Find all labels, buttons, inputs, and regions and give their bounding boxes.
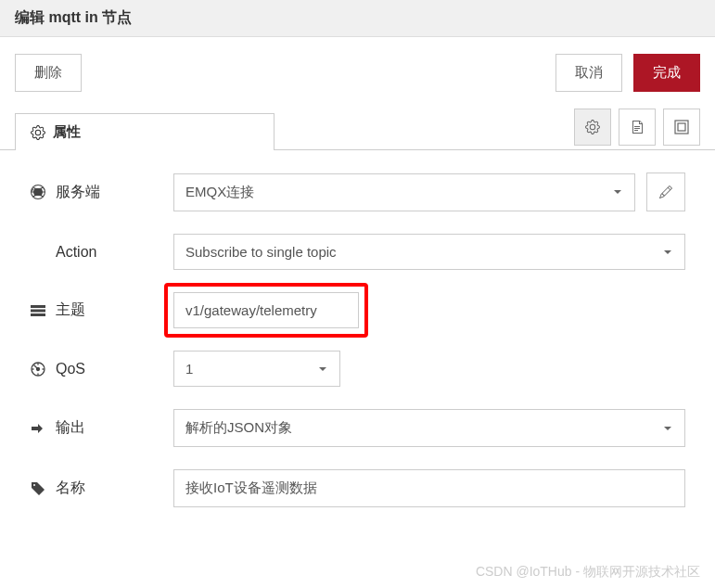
action-select-value: Subscribe to single topic [185,244,337,260]
gear-icon [31,125,45,140]
server-select-value: EMQX连接 [185,184,254,201]
tab-bar: 属性 [0,109,715,150]
topic-row: 主题 v1/gateway/telemetry [30,292,685,328]
qos-label: QoS [30,361,173,377]
name-row: 名称 接收IoT设备遥测数据 [30,469,685,507]
pencil-icon [659,185,672,198]
topic-label: 主题 [30,300,173,320]
chevron-down-icon [662,247,673,258]
svg-rect-2 [31,305,45,308]
delete-button[interactable]: 删除 [15,54,82,92]
right-button-group: 取消 完成 [555,54,700,92]
name-label-text: 名称 [56,479,85,498]
qos-label-text: QoS [56,361,85,377]
tab-icon-group [574,109,700,149]
server-label: 服务端 [30,183,173,202]
chevron-down-icon [317,364,328,375]
chevron-down-icon [662,423,673,434]
output-label-text: 输出 [56,418,85,438]
name-input-value: 接收IoT设备遥测数据 [185,479,317,497]
qos-select[interactable]: 1 [173,351,340,387]
qos-row: QoS 1 [30,351,685,387]
topic-input-value: v1/gateway/telemetry [185,302,317,318]
svg-rect-3 [31,309,45,312]
name-input[interactable]: 接收IoT设备遥测数据 [173,469,685,507]
svg-rect-0 [675,121,688,134]
topic-input[interactable]: v1/gateway/telemetry [173,292,359,328]
button-bar: 删除 取消 完成 [0,37,715,109]
topic-highlight: v1/gateway/telemetry [164,283,368,338]
action-select[interactable]: Subscribe to single topic [173,234,685,270]
name-label: 名称 [30,479,173,498]
qos-select-value: 1 [185,361,193,377]
settings-tab-icon[interactable] [574,109,611,146]
server-select[interactable]: EMQX连接 [173,173,635,211]
output-select[interactable]: 解析的JSON对象 [173,409,685,447]
action-row: Action Subscribe to single topic [30,234,685,270]
action-label-text: Action [56,244,96,261]
globe-icon [30,185,46,199]
tag-icon [30,481,46,496]
output-select-value: 解析的JSON对象 [185,419,292,437]
svg-rect-4 [31,313,45,316]
action-label: Action [30,244,173,261]
description-tab-icon[interactable] [619,109,656,146]
done-button[interactable]: 完成 [633,54,700,92]
server-row: 服务端 EMQX连接 [30,173,685,211]
tab-properties[interactable]: 属性 [15,113,275,150]
dialog-header: 编辑 mqtt in 节点 [0,0,715,37]
svg-rect-1 [678,123,685,131]
cancel-button[interactable]: 取消 [555,54,622,92]
gauge-icon [30,362,46,377]
chevron-down-icon [612,186,623,198]
arrow-right-icon [30,421,46,436]
server-label-text: 服务端 [56,183,100,202]
dialog-title: 编辑 mqtt in 节点 [15,8,132,28]
output-row: 输出 解析的JSON对象 [30,409,685,447]
edit-server-button[interactable] [646,173,685,211]
watermark-text: CSDN @IoTHub - 物联网开源技术社区 [476,564,700,581]
form-container: 服务端 EMQX连接 Action [0,150,715,552]
topic-label-text: 主题 [56,300,85,320]
appearance-tab-icon[interactable] [663,109,700,146]
list-icon [30,304,46,317]
tab-properties-label: 属性 [53,123,81,141]
output-label: 输出 [30,418,173,438]
